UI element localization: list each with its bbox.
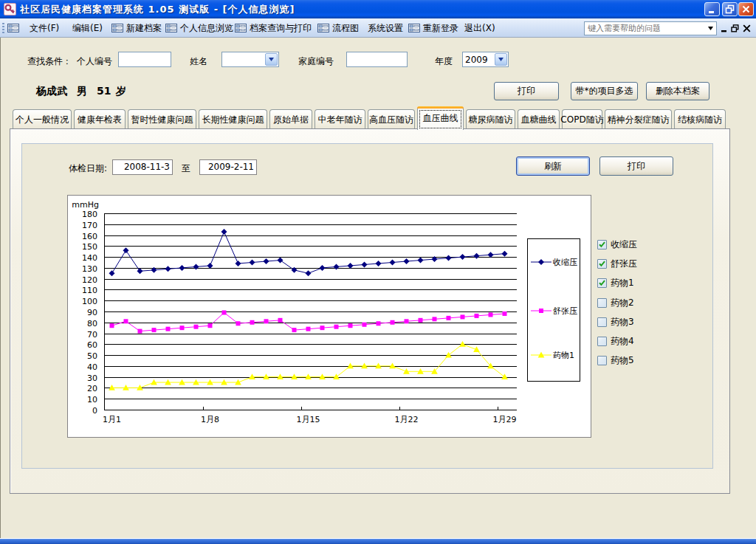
tab-page: 体检日期: 2008-11-3 至 2009-2-11 刷新 打印 010203…	[10, 128, 730, 494]
date-from-input[interactable]: 2008-11-3	[112, 159, 173, 175]
series-checkbox-row-药物3[interactable]: 药物3	[597, 317, 634, 327]
menu-item-icon	[408, 23, 420, 33]
minimize-icon	[707, 4, 718, 14]
restore-button[interactable]	[722, 2, 738, 16]
menu-item-archive-query-print[interactable]: 档案查询与打印	[235, 21, 312, 35]
delete-archive-button[interactable]: 删除本档案	[646, 82, 709, 100]
series-checkbox-row-舒张压[interactable]: 舒张压	[597, 259, 637, 269]
tab-长期性健康问题[interactable]: 长期性健康问题	[199, 109, 267, 129]
tab-label: 中老年随访	[318, 114, 362, 126]
tab-label: COPD随访	[560, 114, 603, 126]
svg-text:60: 60	[87, 340, 97, 350]
svg-text:70: 70	[87, 330, 97, 340]
menu-item-system-settings[interactable]: 系统设置	[368, 21, 403, 35]
tab-focus-rect	[420, 111, 461, 128]
tab-血糖曲线[interactable]: 血糖曲线	[518, 109, 560, 129]
menu-item-edit[interactable]: 编辑(E)	[72, 21, 103, 35]
tab-label: 糖尿病随访	[469, 114, 513, 126]
menu-item-re-login[interactable]: 重新登录	[408, 21, 458, 35]
series-checkbox-label: 药物2	[611, 298, 634, 308]
mdi-close-icon	[743, 24, 751, 32]
tab-结核病随访[interactable]: 结核病随访	[674, 109, 726, 129]
toolbar-grip[interactable]	[2, 22, 4, 34]
tab-高血压随访[interactable]: 高血压随访	[368, 109, 415, 129]
svg-text:100: 100	[82, 297, 97, 306]
help-combo-arrow-icon[interactable]	[705, 22, 716, 35]
mdi-minimize-button[interactable]	[720, 23, 729, 33]
series-checkbox-label: 舒张压	[611, 259, 637, 269]
tab-暂时性健康问题[interactable]: 暂时性健康问题	[128, 109, 196, 129]
tab-label: 血糖曲线	[521, 114, 557, 126]
svg-text:20: 20	[87, 384, 97, 393]
tab-COPD随访[interactable]: COPD随访	[562, 109, 602, 129]
series-checkbox-row-收缩压[interactable]: 收缩压	[597, 240, 637, 249]
tab-strip: 个人一般情况健康年检表暂时性健康问题长期性健康问题原始单据中老年随访高血压随访血…	[1, 108, 756, 129]
search-label-family-id: 家庭编号	[298, 55, 334, 68]
svg-text:90: 90	[87, 308, 97, 317]
svg-text:110: 110	[82, 286, 97, 295]
combo-dropdown-icon[interactable]	[265, 53, 278, 66]
series-checkbox-row-药物4[interactable]: 药物4	[597, 337, 634, 346]
checkbox-checked-icon[interactable]	[597, 278, 607, 288]
menu-item-icon	[111, 23, 123, 33]
app-key-icon	[4, 3, 16, 16]
checkbox-unchecked-icon[interactable]	[597, 298, 607, 308]
tab-糖尿病随访[interactable]: 糖尿病随访	[466, 109, 515, 129]
svg-text:10: 10	[87, 395, 97, 404]
series-checkbox-row-药物5[interactable]: 药物5	[597, 356, 634, 365]
combo-dropdown-icon[interactable]	[495, 53, 507, 66]
svg-text:170: 170	[82, 221, 97, 230]
menu-item-icon	[235, 23, 247, 33]
tab-中老年随访[interactable]: 中老年随访	[315, 109, 365, 129]
series-checkbox-label: 药物1	[611, 278, 634, 288]
tab-个人一般情况[interactable]: 个人一般情况	[13, 109, 72, 129]
help-search-combo[interactable]	[584, 21, 717, 35]
checkbox-checked-icon[interactable]	[597, 240, 607, 249]
svg-text:舒张压: 舒张压	[553, 306, 577, 316]
checkbox-unchecked-icon[interactable]	[597, 337, 607, 346]
checkbox-checked-icon[interactable]	[597, 259, 607, 269]
menu-item-file[interactable]: 文件(F)	[30, 21, 59, 35]
search-input-person-id[interactable]	[118, 52, 171, 67]
multi-select-button[interactable]: 带*的项目多选	[571, 82, 638, 100]
patient-name: 杨成武	[36, 85, 67, 97]
tab-原始单据[interactable]: 原始单据	[269, 109, 312, 129]
tab-血压曲线[interactable]: 血压曲线	[417, 106, 464, 130]
help-search-input[interactable]	[585, 23, 705, 34]
search-combo-year[interactable]: 2009	[462, 52, 509, 67]
window-bottom-edge	[0, 538, 756, 544]
patient-gender: 男	[77, 85, 87, 97]
search-input-family-id[interactable]	[346, 52, 408, 67]
checkbox-unchecked-icon[interactable]	[597, 356, 607, 365]
form-icon	[7, 21, 19, 35]
mdi-close-button[interactable]	[742, 23, 752, 33]
mdi-restore-icon	[731, 24, 739, 32]
svg-text:140: 140	[82, 253, 97, 263]
menu-item-personal-info[interactable]: 个人信息浏览	[165, 21, 233, 35]
svg-text:160: 160	[82, 232, 97, 241]
series-checkbox-label: 收缩压	[611, 240, 637, 249]
tab-label: 长期性健康问题	[202, 114, 264, 126]
menu-item-flow-chart[interactable]: 流程图	[317, 21, 359, 35]
close-button[interactable]	[738, 2, 754, 16]
tab-label: 暂时性健康问题	[131, 114, 193, 126]
date-to-input[interactable]: 2009-2-11	[199, 159, 257, 175]
search-label-person-id: 个人编号	[77, 55, 112, 68]
tab-精神分裂症随访[interactable]: 精神分裂症随访	[605, 109, 672, 129]
refresh-button[interactable]: 刷新	[516, 156, 590, 176]
search-combo-name[interactable]	[221, 52, 279, 67]
menu-item-new-archive[interactable]: 新建档案	[111, 21, 162, 35]
print-button[interactable]: 打印	[494, 82, 559, 100]
panel-print-button[interactable]: 打印	[599, 156, 673, 176]
tab-健康年检表[interactable]: 健康年检表	[74, 109, 126, 129]
patient-info: 杨成武男51岁	[36, 85, 126, 98]
menu-item-exit[interactable]: 退出(X)	[464, 21, 495, 35]
minimize-button[interactable]	[704, 2, 720, 16]
mdi-minimize-icon	[721, 24, 729, 32]
checkbox-unchecked-icon[interactable]	[597, 317, 607, 327]
series-checkbox-row-药物1[interactable]: 药物1	[597, 278, 634, 288]
series-checkbox-row-药物2[interactable]: 药物2	[597, 298, 634, 308]
bp-chart: 0102030405060708090100110120130140150160…	[67, 195, 591, 438]
app-window: 社区居民健康档案管理系统 1.05 测试版 - [个人信息浏览] 文件(	[0, 0, 756, 544]
mdi-restore-button[interactable]	[730, 23, 740, 33]
